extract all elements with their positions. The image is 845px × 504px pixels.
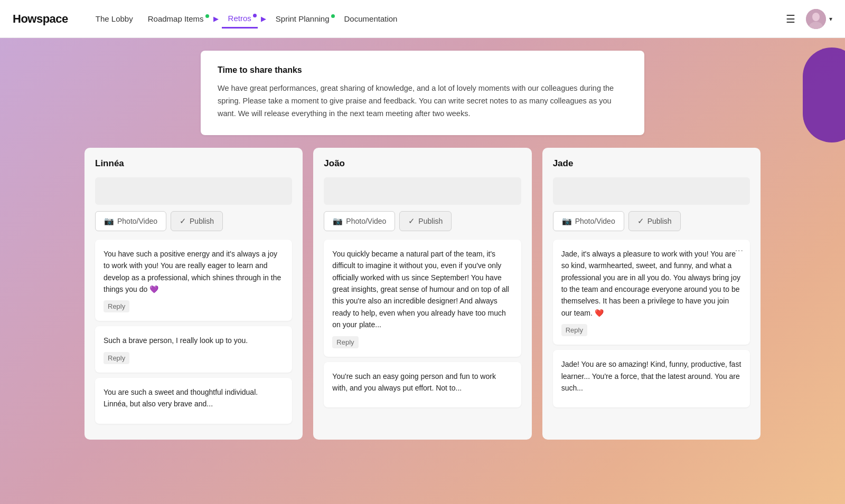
avatar xyxy=(806,9,826,29)
input-area-joao[interactable] xyxy=(324,177,521,205)
comment-text-joao-1: You quickly became a natural part of the… xyxy=(332,248,512,331)
main-content: Time to share thanks We have great perfo… xyxy=(0,38,845,452)
info-card-body: We have great performances, great sharin… xyxy=(218,82,627,120)
comment-card-jade-2: Jade! You are so amazing! Kind, funny, p… xyxy=(553,350,750,407)
nav-link-roadmap[interactable]: Roadmap Items xyxy=(142,10,210,27)
check-icon-joao: ✓ xyxy=(408,216,415,226)
camera-icon-linnea: 📷 xyxy=(104,216,114,226)
purple-decoration xyxy=(803,47,845,142)
publish-button-jade[interactable]: ✓ Publish xyxy=(628,211,681,231)
nav-link-docs[interactable]: Documentation xyxy=(338,10,404,27)
reply-button-linnea-2[interactable]: Reply xyxy=(104,352,129,364)
camera-icon-joao: 📷 xyxy=(333,216,343,226)
roadmap-dot xyxy=(205,14,209,18)
nav-links: The Lobby Roadmap Items ▶ Retros ▶ Sprin… xyxy=(89,9,782,28)
photo-video-button-linnea[interactable]: 📷 Photo/Video xyxy=(95,211,166,231)
comment-card-joao-1: You quickly became a natural part of the… xyxy=(324,240,521,357)
column-jade: Jade 📷 Photo/Video ✓ Publish ··· Jade, i… xyxy=(542,148,760,440)
comment-text-linnea-2: Such a brave person, I really look up to… xyxy=(104,335,284,346)
comment-card-linnea-1: You have such a positive energy and it's… xyxy=(95,240,292,321)
publish-button-joao[interactable]: ✓ Publish xyxy=(399,211,452,231)
nav-arrow-2: ▶ xyxy=(261,15,266,23)
photo-video-button-jade[interactable]: 📷 Photo/Video xyxy=(553,211,624,231)
avatar-container[interactable]: ▾ xyxy=(806,9,832,29)
column-header-jade: Jade xyxy=(553,158,750,169)
column-linnea: Linnéa 📷 Photo/Video ✓ Publish You have … xyxy=(84,148,303,440)
input-actions-linnea: 📷 Photo/Video ✓ Publish xyxy=(95,211,292,231)
navbar: Howspace The Lobby Roadmap Items ▶ Retro… xyxy=(0,0,845,38)
comment-text-joao-2: You're such an easy going person and fun… xyxy=(332,370,512,394)
sprint-dot xyxy=(331,14,335,18)
nav-link-sprint[interactable]: Sprint Planning xyxy=(269,10,336,27)
check-icon-jade: ✓ xyxy=(637,216,644,226)
svg-point-1 xyxy=(812,13,820,21)
comment-text-jade-1: Jade, it's always a pleasure to work wit… xyxy=(561,248,741,319)
input-actions-joao: 📷 Photo/Video ✓ Publish xyxy=(324,211,521,231)
publish-button-linnea[interactable]: ✓ Publish xyxy=(171,211,223,231)
comment-text-linnea-1: You have such a positive energy and it's… xyxy=(104,248,284,296)
photo-video-button-joao[interactable]: 📷 Photo/Video xyxy=(324,211,395,231)
info-card-title: Time to share thanks xyxy=(218,65,627,75)
comment-card-joao-2: You're such an easy going person and fun… xyxy=(324,362,521,408)
nav-link-retros[interactable]: Retros xyxy=(222,9,258,28)
input-area-linnea[interactable] xyxy=(95,177,292,205)
nav-link-lobby[interactable]: The Lobby xyxy=(89,10,139,27)
reply-button-joao-1[interactable]: Reply xyxy=(332,336,358,348)
comment-text-jade-2: Jade! You are so amazing! Kind, funny, p… xyxy=(561,358,741,394)
comment-card-jade-1: ··· Jade, it's always a pleasure to work… xyxy=(553,240,750,345)
nav-right: ☰ ▾ xyxy=(782,8,832,30)
info-card: Time to share thanks We have great perfo… xyxy=(201,51,644,135)
reply-button-linnea-1[interactable]: Reply xyxy=(104,300,129,312)
logo: Howspace xyxy=(13,12,68,26)
check-icon-linnea: ✓ xyxy=(180,216,186,226)
comment-card-linnea-3: You are such a sweet and thoughtful indi… xyxy=(95,378,292,424)
input-area-jade[interactable] xyxy=(553,177,750,205)
hamburger-button[interactable]: ☰ xyxy=(782,8,800,30)
column-header-linnea: Linnéa xyxy=(95,158,292,169)
more-options-button-jade-1[interactable]: ··· xyxy=(735,246,744,255)
column-header-joao: João xyxy=(324,158,521,169)
columns-container: Linnéa 📷 Photo/Video ✓ Publish You have … xyxy=(84,148,760,440)
nav-arrow-1: ▶ xyxy=(213,15,219,23)
input-actions-jade: 📷 Photo/Video ✓ Publish xyxy=(553,211,750,231)
camera-icon-jade: 📷 xyxy=(562,216,572,226)
avatar-chevron-icon: ▾ xyxy=(829,15,832,23)
reply-button-jade-1[interactable]: Reply xyxy=(561,324,587,336)
comment-card-linnea-2: Such a brave person, I really look up to… xyxy=(95,326,292,372)
column-joao: João 📷 Photo/Video ✓ Publish You quickly… xyxy=(313,148,531,440)
comment-text-linnea-3: You are such a sweet and thoughtful indi… xyxy=(104,386,284,410)
retros-dot xyxy=(253,14,257,17)
